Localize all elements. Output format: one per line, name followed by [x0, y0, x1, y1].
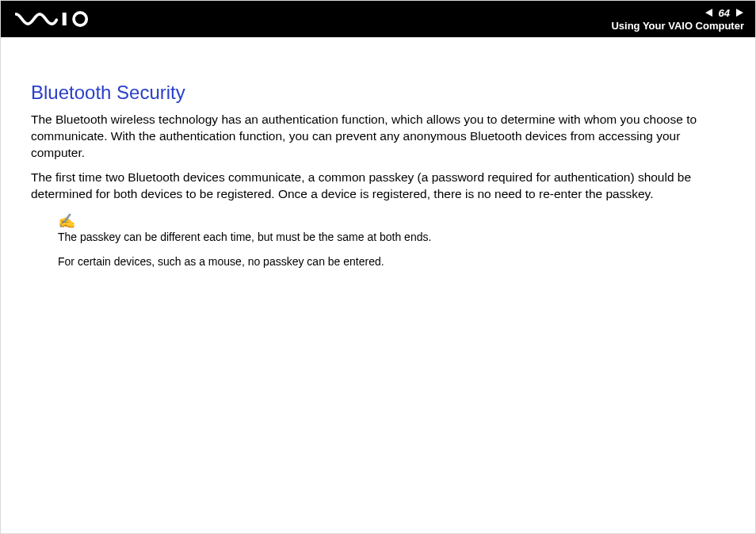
svg-marker-3 [736, 9, 743, 17]
header-bar: 64 Using Your VAIO Computer [1, 1, 755, 37]
next-page-arrow-icon[interactable] [735, 8, 744, 17]
prev-page-arrow-icon[interactable] [704, 8, 714, 17]
page-container: 64 Using Your VAIO Computer Bluetooth Se… [0, 0, 756, 534]
svg-marker-2 [705, 9, 712, 17]
svg-rect-0 [63, 13, 67, 25]
note-line: The passkey can be different each time, … [58, 230, 727, 245]
content-area: Bluetooth Security The Bluetooth wireles… [1, 37, 755, 269]
note-line: For certain devices, such as a mouse, no… [58, 254, 727, 269]
svg-point-1 [74, 13, 86, 25]
pencil-note-icon: ✍ [58, 214, 727, 228]
page-nav: 64 [704, 7, 744, 19]
page-title: Bluetooth Security [31, 82, 727, 104]
header-right: 64 Using Your VAIO Computer [611, 7, 744, 32]
body-paragraph: The Bluetooth wireless technology has an… [31, 112, 727, 162]
note-block: ✍ The passkey can be different each time… [58, 214, 727, 269]
page-number: 64 [719, 7, 730, 19]
body-paragraph: The first time two Bluetooth devices com… [31, 170, 727, 203]
vaio-logo [15, 11, 104, 27]
section-label: Using Your VAIO Computer [611, 20, 744, 32]
